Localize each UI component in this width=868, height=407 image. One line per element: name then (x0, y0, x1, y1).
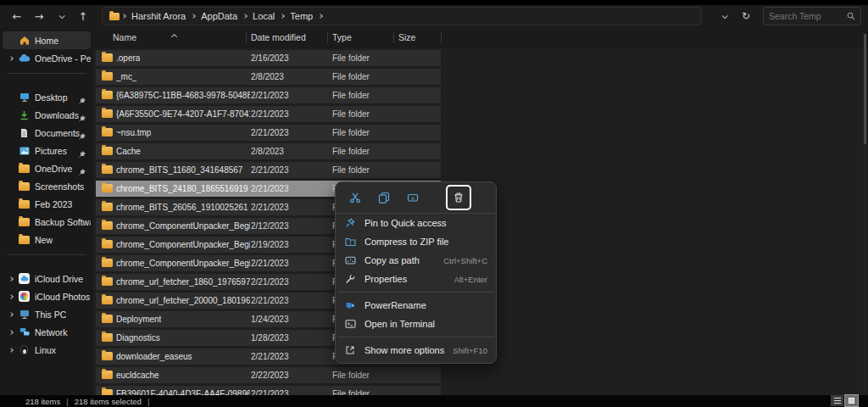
breadcrumb-item-local[interactable]: Local (249, 11, 278, 21)
menu-item-open-in-terminal[interactable]: Open in Terminal (336, 315, 496, 333)
table-row[interactable]: ~nsu.tmp2/21/2023File folder (96, 125, 441, 141)
table-row[interactable]: {6A38975C-11BB-4683-9978-5048BA00A...2/2… (96, 87, 441, 103)
this-pc-icon (18, 309, 31, 320)
view-toggles (829, 395, 858, 406)
sidebar-item-pictures[interactable]: Pictures (3, 142, 91, 159)
column-header-size[interactable]: Size (398, 32, 415, 42)
sidebar-item-documents[interactable]: Documents (3, 124, 91, 142)
icloud-photos-icon (18, 291, 31, 302)
search-input[interactable] (769, 11, 847, 21)
sidebar-item-feb-2023[interactable]: Feb 2023 (3, 195, 91, 213)
folder-icon (102, 109, 113, 118)
wrench-icon (344, 273, 356, 285)
table-row[interactable]: {A6F3550C-9E74-4207-A1F7-87041A253...2/2… (96, 106, 441, 122)
folder-icon (18, 181, 31, 192)
sidebar-item-label: Network (35, 327, 68, 337)
breadcrumb-item-temp[interactable]: Temp (287, 11, 316, 21)
breadcrumb-item-appdata[interactable]: AppData (198, 11, 241, 21)
folder-icon (102, 371, 113, 379)
linux-penguin-icon (18, 344, 31, 355)
folder-icon (18, 234, 31, 245)
menu-item-powerrename[interactable]: PowerRename (336, 296, 496, 315)
back-button[interactable]: ← (7, 8, 27, 25)
sidebar-item-network[interactable]: Network (3, 323, 91, 341)
terminal-icon (344, 318, 356, 330)
chevron-right-icon (8, 56, 14, 61)
sidebar-item-icloud-photos[interactable]: iCloud Photos (3, 287, 91, 305)
search-box[interactable] (763, 7, 861, 25)
folder-icon (102, 203, 113, 211)
sidebar-item-onedrive-personal[interactable]: OneDrive - Persona (3, 49, 91, 67)
chevron-right-icon (280, 14, 285, 19)
sidebar-item-onedrive-folder[interactable]: OneDrive (3, 159, 91, 177)
chevron-right-icon (318, 14, 323, 19)
delete-button[interactable] (446, 185, 471, 210)
menu-item-properties[interactable]: Properties Alt+Enter (336, 270, 496, 288)
sidebar-item-label: Linux (35, 345, 56, 355)
refresh-button[interactable]: ↻ (736, 8, 756, 25)
scrollbar[interactable] (864, 34, 866, 390)
sidebar-item-this-pc[interactable]: This PC (3, 305, 91, 323)
sidebar-divider (7, 73, 86, 74)
large-icons-view-icon (849, 398, 854, 404)
copy-icon (378, 192, 390, 204)
details-view-icon (834, 398, 841, 404)
folder-icon (102, 147, 113, 155)
scrollbar-thumb[interactable] (864, 34, 866, 144)
table-row[interactable]: _mc_2/8/2023File folder (96, 69, 441, 85)
sidebar-divider (7, 254, 86, 255)
powerrename-icon (344, 299, 356, 311)
folder-icon (109, 13, 120, 20)
table-row[interactable]: .opera2/16/2023File folder (96, 50, 441, 66)
rename-button[interactable]: A (402, 187, 424, 209)
sidebar-item-home[interactable]: Home (3, 31, 91, 49)
items-count: 218 items (25, 397, 60, 406)
breadcrumb-item-user[interactable]: Harshit Arora (128, 11, 189, 21)
folder-icon (102, 221, 113, 230)
up-button[interactable]: ↑ (73, 8, 93, 25)
menu-item-show-more-options[interactable]: Show more options Shift+F10 (336, 341, 496, 360)
chevron-right-icon (121, 14, 126, 19)
address-dropdown-button[interactable] (714, 8, 734, 25)
copy-button[interactable] (373, 187, 395, 209)
breadcrumb[interactable]: Harshit Arora AppData Local Temp (102, 7, 702, 25)
column-header-date-modified[interactable]: Date modified (251, 32, 306, 42)
context-menu: A Pin to Quick access Compress to ZIP fi… (335, 181, 497, 364)
sidebar-item-label: Documents (35, 128, 80, 138)
column-header-name[interactable]: Name (113, 32, 136, 42)
large-icons-view-button[interactable] (845, 395, 858, 406)
status-bar: 218 items | 218 items selected | (0, 395, 868, 407)
sidebar-item-new[interactable]: New (3, 231, 91, 248)
show-more-options-icon (344, 344, 356, 356)
folder-icon (102, 184, 113, 192)
sidebar-item-label: New (35, 235, 53, 245)
sidebar-item-backup-software[interactable]: Backup Software (3, 213, 91, 231)
sidebar-item-linux[interactable]: Linux (3, 341, 91, 359)
recent-locations-button[interactable] (51, 8, 71, 25)
sidebar-item-label: iCloud Drive (35, 274, 83, 284)
details-view-button[interactable] (831, 395, 843, 406)
sidebar-item-label: Desktop (35, 92, 68, 103)
column-header-type[interactable]: Type (332, 32, 352, 42)
menu-item-copy-as-path[interactable]: Copy as path Ctrl+Shift+C (336, 251, 496, 270)
sidebar-item-label: Home (35, 36, 58, 46)
sidebar-item-label: Backup Software (35, 217, 91, 227)
cut-button[interactable] (344, 187, 366, 209)
menu-item-pin-to-quick-access[interactable]: Pin to Quick access (336, 214, 496, 232)
table-row[interactable]: Cache2/8/2023File folder (96, 143, 441, 159)
folder-icon (18, 163, 31, 174)
folder-icon (18, 198, 31, 209)
sidebar-item-icloud-drive[interactable]: iCloud Drive (3, 270, 91, 287)
table-row[interactable]: chrome_BITS_11680_3416485672/21/2023File… (96, 162, 441, 178)
sidebar-item-screenshots[interactable]: Screenshots (3, 177, 91, 195)
table-row[interactable]: eucldcache2/22/2023File folder (96, 367, 441, 383)
icloud-drive-icon (18, 273, 31, 284)
search-icon (847, 12, 855, 20)
chevron-right-icon (8, 348, 14, 353)
forward-button[interactable]: → (29, 8, 49, 25)
sidebar-item-downloads[interactable]: Downloads (3, 106, 91, 124)
menu-item-compress-to-zip[interactable]: Compress to ZIP file (336, 232, 496, 251)
sort-ascending-icon (172, 27, 176, 42)
sidebar-item-desktop[interactable]: Desktop (3, 88, 91, 106)
folder-icon (102, 240, 113, 248)
